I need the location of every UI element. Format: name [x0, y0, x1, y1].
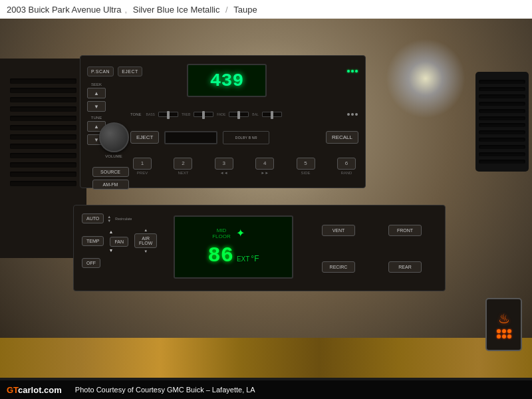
bass-slider[interactable]	[158, 112, 178, 117]
indicator-dot-3	[355, 70, 358, 72]
fan-down-button[interactable]: ▼	[108, 248, 130, 253]
p-scan-button[interactable]: P.SCAN	[87, 66, 114, 76]
watermark-bar: GTcarlot.com Photo Courtesy of Courtesy …	[0, 380, 532, 399]
preset-6-group: 6 RAND	[337, 158, 356, 175]
auto-button[interactable]: AUTO	[82, 213, 104, 223]
fan-label: FAN	[110, 237, 128, 247]
source-button[interactable]: SOURCE	[92, 167, 129, 177]
bal-slider[interactable]	[262, 112, 282, 117]
preset-1-button[interactable]: 1	[133, 158, 152, 170]
climate-panel: AUTO ▲ ▼ Recirculate TEMP ▲ FAN ▼ ▲	[73, 205, 446, 291]
climate-mode-mid: MID	[217, 227, 227, 233]
preset-5-group: 5 SIDE	[297, 158, 315, 175]
radio-middle-row: EJECT DOLBY B NR RECALL	[130, 126, 358, 149]
radio-frequency: 439	[210, 70, 243, 91]
seat-dot	[507, 329, 511, 333]
seek-down-button[interactable]: ▼	[87, 101, 106, 112]
vent-slot	[10, 88, 76, 93]
preset-5-button[interactable]: 5	[297, 158, 315, 170]
vent-slot	[479, 102, 525, 106]
vent-slot	[10, 78, 76, 84]
treb-slider[interactable]	[194, 112, 213, 117]
temp-label: TEMP	[82, 236, 104, 246]
recirc-button[interactable]: RECIRC	[322, 261, 355, 273]
climate-mid-row: TEMP ▲ FAN ▼ ▲ AIRFLOW ▼	[80, 228, 167, 253]
vent-slot	[479, 160, 525, 164]
climate-right-top-row: VENT FRONT	[305, 225, 438, 236]
fan-controls: ▲ FAN ▼	[108, 229, 130, 253]
vent-slot	[10, 106, 76, 112]
fade-slider[interactable]	[229, 112, 249, 117]
eject-top-button[interactable]: EJECT	[118, 66, 142, 76]
unit-f: °F	[251, 254, 259, 263]
vent-slot	[10, 172, 76, 177]
car-interior: Taupe	[233, 5, 257, 15]
preset-6-button[interactable]: 6	[337, 158, 356, 170]
indicator-dot-2	[351, 70, 354, 72]
vent-slot	[479, 80, 525, 84]
preset-3-group: 3 ◄◄	[215, 158, 233, 175]
preset-3-button[interactable]: 3	[215, 158, 233, 170]
vent-slot	[479, 123, 525, 127]
indicator-dots	[346, 70, 358, 72]
dolby-text: DOLBY B NR	[235, 136, 257, 140]
vent-slot	[479, 138, 525, 142]
vent-slot	[479, 152, 525, 156]
vent-slot	[10, 162, 76, 168]
treb-label: TREB	[182, 112, 190, 116]
dolby-badge: DOLBY B NR	[223, 131, 269, 144]
photo-credit: Photo Courtesy of Courtesy GMC Buick – L…	[75, 386, 255, 394]
preset-4-button[interactable]: 4	[255, 158, 274, 170]
rear-button[interactable]: REAR	[388, 261, 422, 273]
vent-slot	[10, 125, 76, 130]
preset-2-group: 2 NEXT	[174, 158, 192, 175]
vent-slot	[479, 130, 525, 134]
tone-label: TONE	[130, 112, 142, 116]
airflow-label: AIRFLOW	[134, 233, 157, 248]
vent-slot	[479, 94, 525, 98]
radio-display: 439	[187, 64, 267, 97]
vent-slot	[10, 144, 76, 149]
ext-label: EXT	[237, 255, 249, 263]
heated-seat-button[interactable]: ♨	[485, 298, 522, 351]
climate-right-controls: VENT FRONT RECIRC REAR	[305, 212, 438, 285]
climate-temperature: 86	[208, 243, 233, 268]
climate-top-row: AUTO ▲ ▼ Recirculate	[80, 212, 167, 225]
preset-3-label: ◄◄	[220, 171, 228, 175]
front-button[interactable]: FRONT	[388, 225, 422, 236]
off-button[interactable]: OFF	[82, 258, 100, 268]
tone-sliders: BASS TREB FADE BAL	[144, 112, 344, 117]
fan-up-button[interactable]: ▲	[108, 229, 130, 234]
preset-1-label: PREV	[137, 171, 148, 175]
seat-dot	[507, 334, 511, 338]
airflow-controls: ▲ AIRFLOW ▼	[133, 228, 158, 253]
vent-slot	[479, 109, 525, 113]
seat-dots	[497, 329, 511, 338]
tone-area: TONE BASS TREB FADE BAL	[130, 106, 358, 122]
climate-indicator-label: Recirculate	[115, 217, 132, 221]
preset-4-label: ►►	[261, 171, 269, 175]
seat-dot	[502, 334, 506, 338]
recall-button[interactable]: RECALL	[326, 131, 358, 144]
volume-knob[interactable]	[99, 122, 129, 152]
temp-down-indicator: ▼	[107, 219, 111, 223]
left-vents	[10, 78, 76, 251]
climate-right-bottom-row: RECIRC REAR	[305, 261, 438, 273]
radio-presets-row: 1 PREV 2 NEXT 3 ◄◄ 4 ►► 5 SIDE 6 RAND	[130, 154, 358, 178]
preset-4-group: 4 ►►	[255, 158, 274, 175]
am-fm-button[interactable]: AM-FM	[92, 180, 129, 190]
airflow-down-button[interactable]: ▼	[133, 249, 158, 253]
preset-1-group: 1 PREV	[133, 158, 152, 175]
vent-slot	[479, 116, 525, 120]
car-title: 2003 Buick Park Avenue Ultra, Silver Blu…	[7, 5, 257, 15]
tune-label: TUNE	[87, 116, 106, 120]
eject-button[interactable]: EJECT	[130, 131, 159, 144]
vent-slot	[479, 87, 525, 91]
seek-up-button[interactable]: ▲	[87, 88, 106, 98]
indicator-dot-1	[347, 70, 350, 72]
vent-slot	[479, 145, 525, 149]
vent-button[interactable]: VENT	[322, 225, 355, 236]
source-amfm-area: SOURCE AM-FM	[87, 166, 134, 191]
airflow-up-button[interactable]: ▲	[133, 228, 158, 232]
preset-2-button[interactable]: 2	[174, 158, 192, 170]
